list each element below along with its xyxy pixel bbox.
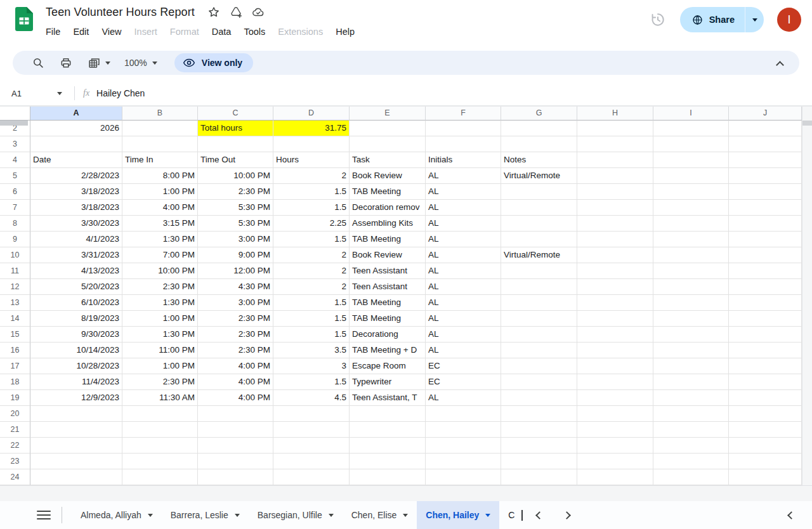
cell-J16[interactable] xyxy=(729,343,802,358)
sheets-logo-icon[interactable] xyxy=(15,7,33,31)
cell-H9[interactable] xyxy=(577,232,653,247)
row-header-22[interactable]: 22 xyxy=(0,438,30,454)
cell-D15[interactable]: 1.5 xyxy=(273,327,350,343)
cell-A9[interactable]: 4/1/2023 xyxy=(30,232,122,247)
cell-F9[interactable]: AL xyxy=(426,232,501,247)
cell-J23[interactable] xyxy=(729,454,802,469)
cell-H14[interactable] xyxy=(577,311,653,327)
cell-B16[interactable]: 11:00 PM xyxy=(122,343,198,358)
cell-I19[interactable] xyxy=(653,390,729,406)
cell-A4[interactable]: Date xyxy=(30,152,122,168)
cell-E20[interactable] xyxy=(350,406,426,422)
cell-B14[interactable]: 1:00 PM xyxy=(122,311,198,327)
cell-J11[interactable] xyxy=(729,263,802,279)
cell-C6[interactable]: 2:30 PM xyxy=(198,184,273,200)
cell-A16[interactable]: 10/14/2023 xyxy=(30,343,122,358)
cell-C8[interactable]: 5:30 PM xyxy=(198,216,273,232)
cell-B15[interactable]: 1:30 PM xyxy=(122,327,198,343)
cell-I2[interactable] xyxy=(653,121,729,136)
cell-F5[interactable]: AL xyxy=(426,168,501,184)
menu-help[interactable]: Help xyxy=(329,25,361,39)
cell-C15[interactable]: 2:30 PM xyxy=(198,327,273,343)
cell-F4[interactable]: Initials xyxy=(426,152,501,168)
cell-F19[interactable]: AL xyxy=(426,390,501,406)
cell-D3[interactable] xyxy=(273,136,350,152)
cell-C24[interactable] xyxy=(198,469,273,485)
row-header-4[interactable]: 4 xyxy=(0,152,30,168)
cell-J6[interactable] xyxy=(729,184,802,200)
cell-I11[interactable] xyxy=(653,263,729,279)
star-icon[interactable] xyxy=(207,5,221,19)
cell-D20[interactable] xyxy=(273,406,350,422)
cell-F13[interactable]: AL xyxy=(426,295,501,311)
scroll-tabs-left-icon[interactable] xyxy=(536,511,544,519)
cell-A18[interactable]: 11/4/2023 xyxy=(30,374,122,390)
cell-D4[interactable]: Hours xyxy=(273,152,350,168)
cell-D12[interactable]: 2 xyxy=(273,279,350,295)
cell-J22[interactable] xyxy=(729,438,802,454)
column-header-I[interactable]: I xyxy=(653,107,729,121)
cell-H21[interactable] xyxy=(577,422,653,438)
cell-C22[interactable] xyxy=(198,438,273,454)
cell-H3[interactable] xyxy=(577,136,653,152)
cell-F20[interactable] xyxy=(426,406,501,422)
share-button[interactable]: Share xyxy=(680,7,764,32)
cell-A20[interactable] xyxy=(30,406,122,422)
cell-B23[interactable] xyxy=(122,454,198,469)
cell-G2[interactable] xyxy=(501,121,577,136)
cloud-check-icon[interactable] xyxy=(251,5,265,19)
cell-D23[interactable] xyxy=(273,454,350,469)
cell-F24[interactable] xyxy=(426,469,501,485)
hide-menus-button[interactable] xyxy=(777,59,783,70)
menu-file[interactable]: File xyxy=(39,25,67,39)
cell-G4[interactable]: Notes xyxy=(501,152,577,168)
cell-A15[interactable]: 9/30/2023 xyxy=(30,327,122,343)
cell-I4[interactable] xyxy=(653,152,729,168)
cell-D9[interactable]: 1.5 xyxy=(273,232,350,247)
row-header-5[interactable]: 5 xyxy=(0,168,30,184)
column-header-J[interactable]: J xyxy=(729,107,802,121)
cell-B24[interactable] xyxy=(122,469,198,485)
cell-D24[interactable] xyxy=(273,469,350,485)
cell-C13[interactable]: 3:00 PM xyxy=(198,295,273,311)
cell-F17[interactable]: EC xyxy=(426,358,501,374)
cell-H20[interactable] xyxy=(577,406,653,422)
cell-A6[interactable]: 3/18/2023 xyxy=(30,184,122,200)
cell-I24[interactable] xyxy=(653,469,729,485)
cell-I6[interactable] xyxy=(653,184,729,200)
cell-J8[interactable] xyxy=(729,216,802,232)
cell-E5[interactable]: Book Review xyxy=(350,168,426,184)
cell-E4[interactable]: Task xyxy=(350,152,426,168)
cell-J4[interactable] xyxy=(729,152,802,168)
row-header-23[interactable]: 23 xyxy=(0,454,30,469)
cell-B9[interactable]: 1:30 PM xyxy=(122,232,198,247)
cell-C11[interactable]: 12:00 PM xyxy=(198,263,273,279)
cell-F2[interactable] xyxy=(426,121,501,136)
cell-B22[interactable] xyxy=(122,438,198,454)
add-to-drive-icon[interactable] xyxy=(229,5,243,19)
column-header-B[interactable]: B xyxy=(122,107,198,121)
cell-A3[interactable] xyxy=(30,136,122,152)
cell-E12[interactable]: Teen Assistant xyxy=(350,279,426,295)
cell-H10[interactable] xyxy=(577,247,653,263)
chevron-down-icon[interactable] xyxy=(105,62,110,65)
vertical-scrollbar[interactable] xyxy=(802,107,812,485)
cell-H13[interactable] xyxy=(577,295,653,311)
chevron-down-icon[interactable] xyxy=(148,514,153,517)
cell-D8[interactable]: 2.25 xyxy=(273,216,350,232)
cell-B3[interactable] xyxy=(122,136,198,152)
cell-I14[interactable] xyxy=(653,311,729,327)
cell-G16[interactable] xyxy=(501,343,577,358)
cell-F12[interactable]: AL xyxy=(426,279,501,295)
cell-H11[interactable] xyxy=(577,263,653,279)
cell-F18[interactable]: EC xyxy=(426,374,501,390)
column-header-G[interactable]: G xyxy=(501,107,577,121)
cell-C23[interactable] xyxy=(198,454,273,469)
chevron-down-icon[interactable] xyxy=(329,514,334,517)
row-header-16[interactable]: 16 xyxy=(0,343,30,358)
row-header-21[interactable]: 21 xyxy=(0,422,30,438)
row-header-11[interactable]: 11 xyxy=(0,263,30,279)
cell-C12[interactable]: 4:30 PM xyxy=(198,279,273,295)
cell-F23[interactable] xyxy=(426,454,501,469)
cell-G10[interactable]: Virtual/Remote xyxy=(501,247,577,263)
